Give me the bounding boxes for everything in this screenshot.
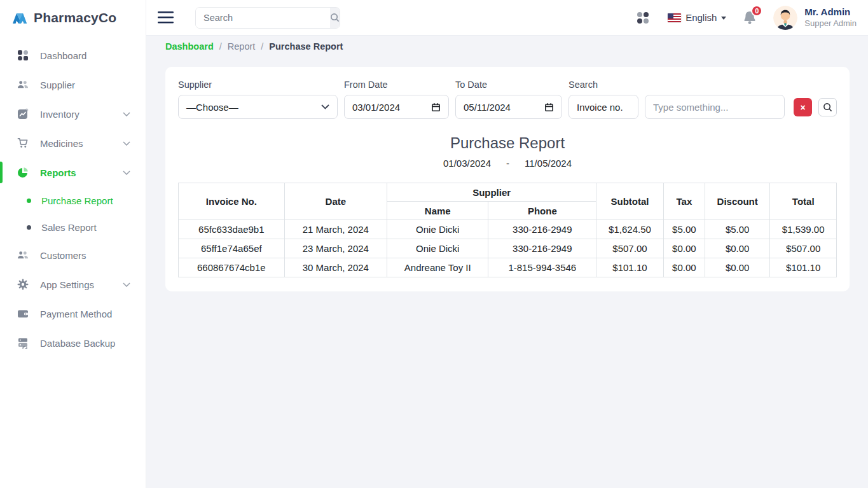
from-date-filter: From Date 03/01/2024 bbox=[344, 80, 449, 119]
sidebar-item-payment-method[interactable]: Payment Method bbox=[0, 299, 146, 328]
table-row: 660867674cb1e30 March, 2024Andreane Toy … bbox=[179, 258, 837, 277]
global-search bbox=[195, 7, 340, 29]
search-field-select[interactable]: Invoice no. bbox=[568, 95, 638, 119]
brand[interactable]: PharmacyCo bbox=[0, 0, 146, 36]
sidebar-item-inventory[interactable]: Inventory bbox=[0, 99, 146, 129]
table-cell: 330-216-2949 bbox=[488, 239, 596, 258]
supplier-label: Supplier bbox=[178, 80, 338, 90]
table-cell: 660867674cb1e bbox=[179, 258, 285, 277]
column-header-invoice: Invoice No. bbox=[179, 183, 285, 220]
from-date-input[interactable]: 03/01/2024 bbox=[344, 95, 449, 119]
sidebar-item-app-settings[interactable]: App Settings bbox=[0, 270, 146, 299]
sidebar-item-customers[interactable]: Customers bbox=[0, 241, 146, 270]
sidebar-item-label: Reports bbox=[40, 167, 76, 178]
calendar-icon bbox=[431, 102, 441, 112]
supplier-select-value: —Choose— bbox=[186, 102, 238, 113]
table-cell: 23 March, 2024 bbox=[284, 239, 387, 258]
table-cell: 21 March, 2024 bbox=[284, 220, 387, 239]
table-cell: $0.00 bbox=[705, 258, 769, 277]
sidebar-subitem-purchase-report[interactable]: Purchase Report bbox=[0, 187, 146, 214]
table-cell: $0.00 bbox=[705, 239, 769, 258]
avatar bbox=[773, 6, 797, 30]
calendar-icon bbox=[544, 102, 554, 112]
sidebar-item-label: Customers bbox=[40, 250, 86, 261]
bullet-icon bbox=[27, 225, 31, 230]
column-header-date: Date bbox=[284, 183, 387, 220]
user-menu[interactable]: Mr. Admin Supper Admin bbox=[773, 6, 857, 30]
sidebar-item-label: Medicines bbox=[40, 138, 83, 149]
search-term-input[interactable] bbox=[653, 95, 776, 118]
sidebar: PharmacyCo DashboardSupplierInventoryMed… bbox=[0, 0, 146, 488]
clear-filter-button[interactable]: × bbox=[794, 98, 812, 116]
top-navbar: English 0 Mr. Admin Supper Admin bbox=[146, 0, 868, 36]
hamburger-menu-icon[interactable] bbox=[155, 9, 176, 26]
table-cell: $507.00 bbox=[596, 239, 664, 258]
inventory-chart-icon bbox=[17, 108, 29, 120]
report-from-date: 01/03/2024 bbox=[443, 158, 491, 169]
global-search-button[interactable] bbox=[330, 8, 340, 28]
table-row: 65ff1e74a65ef23 March, 2024Onie Dicki330… bbox=[179, 239, 837, 258]
table-cell: $1,539.00 bbox=[770, 220, 837, 239]
sidebar-item-label: Purchase Report bbox=[41, 195, 113, 206]
sidebar-item-medicines[interactable]: Medicines bbox=[0, 129, 146, 158]
report-title: Purchase Report bbox=[178, 134, 837, 152]
column-header-supplier-group: Supplier bbox=[387, 183, 596, 202]
language-selector[interactable]: English bbox=[668, 12, 726, 23]
search-term-group bbox=[645, 95, 785, 119]
gear-icon bbox=[17, 279, 29, 290]
table-cell: $5.00 bbox=[663, 220, 705, 239]
breadcrumb-separator: / bbox=[261, 41, 263, 52]
sidebar-item-label: Supplier bbox=[40, 80, 75, 90]
search-filter: Search Invoice no. bbox=[568, 80, 638, 119]
language-label: English bbox=[685, 12, 717, 23]
user-name: Mr. Admin bbox=[804, 6, 857, 18]
global-search-input[interactable] bbox=[196, 8, 330, 28]
main-content: Purchase Report Dashboard / Report / Pur… bbox=[146, 0, 868, 291]
chevron-down-icon bbox=[123, 282, 130, 287]
table-cell: 330-216-2949 bbox=[488, 220, 596, 239]
run-search-button[interactable] bbox=[818, 98, 837, 116]
notification-badge: 0 bbox=[751, 5, 762, 17]
range-dash: - bbox=[506, 158, 509, 169]
column-header-name: Name bbox=[387, 202, 488, 220]
to-date-label: To Date bbox=[455, 80, 562, 90]
from-date-label: From Date bbox=[344, 80, 449, 90]
table-row: 65fc633dae9b121 March, 2024Onie Dicki330… bbox=[179, 220, 837, 239]
breadcrumb-report-link[interactable]: Report bbox=[228, 41, 256, 52]
to-date-input[interactable]: 05/11/2024 bbox=[455, 95, 562, 119]
sidebar-item-label: Inventory bbox=[40, 109, 79, 120]
sidebar-item-database-backup[interactable]: Database Backup bbox=[0, 328, 146, 358]
table-cell: Andreane Toy II bbox=[387, 258, 488, 277]
customers-people-icon bbox=[17, 249, 29, 261]
sidebar-item-reports[interactable]: Reports bbox=[0, 158, 146, 187]
database-icon bbox=[17, 337, 29, 349]
sidebar-subitem-sales-report[interactable]: Sales Report bbox=[0, 214, 146, 241]
notifications-button[interactable]: 0 bbox=[743, 10, 757, 25]
navbar-right: English 0 Mr. Admin Supper Admin bbox=[635, 6, 857, 30]
brand-logo-icon bbox=[11, 11, 28, 25]
breadcrumb-separator: / bbox=[219, 41, 222, 52]
breadcrumb-current: Purchase Report bbox=[269, 41, 343, 52]
breadcrumb-dashboard-link[interactable]: Dashboard bbox=[165, 41, 214, 52]
sidebar-item-supplier[interactable]: Supplier bbox=[0, 70, 146, 99]
sidebar-item-label: Sales Report bbox=[41, 222, 97, 233]
from-date-value: 03/01/2024 bbox=[352, 102, 400, 113]
us-flag-icon bbox=[668, 13, 681, 22]
search-term-box bbox=[645, 95, 785, 119]
table-cell: $1,624.50 bbox=[596, 220, 664, 239]
table-cell: $507.00 bbox=[770, 239, 837, 258]
sidebar-item-label: App Settings bbox=[40, 279, 94, 290]
supplier-select[interactable]: —Choose— bbox=[178, 95, 338, 119]
apps-grid-icon[interactable] bbox=[635, 10, 651, 26]
close-icon: × bbox=[800, 102, 805, 113]
column-header-tax: Tax bbox=[663, 183, 705, 220]
breadcrumb: Dashboard / Report / Purchase Report bbox=[165, 41, 850, 52]
sidebar-item-dashboard[interactable]: Dashboard bbox=[0, 41, 146, 70]
supplier-people-icon bbox=[17, 79, 29, 90]
sidebar-menu: DashboardSupplierInventoryMedicinesRepor… bbox=[0, 36, 146, 358]
table-cell: 65fc633dae9b1 bbox=[179, 220, 285, 239]
purchase-report-card: Supplier —Choose— From Date 03/01/2024 T… bbox=[165, 67, 850, 291]
column-header-subtotal: Subtotal bbox=[596, 183, 664, 220]
column-header-total: Total bbox=[770, 183, 837, 220]
table-cell: 30 March, 2024 bbox=[284, 258, 387, 277]
